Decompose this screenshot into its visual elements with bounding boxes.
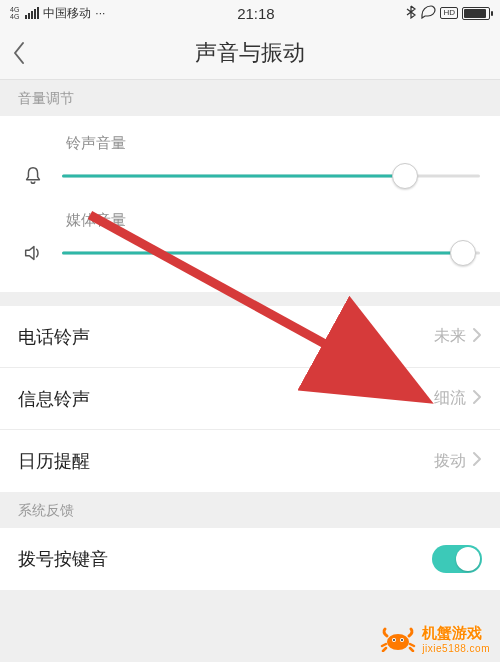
ringtone-volume-slider[interactable] [62, 163, 480, 189]
back-icon [12, 41, 26, 65]
row-label: 信息铃声 [18, 387, 90, 411]
row-label: 日历提醒 [18, 449, 90, 473]
row-label: 拨号按键音 [18, 547, 108, 571]
net-badge-bottom: 4G [10, 13, 19, 20]
net-badge-top: 4G [10, 6, 19, 13]
crab-icon [380, 626, 416, 652]
media-volume-slider[interactable] [62, 240, 480, 266]
chevron-right-icon [472, 389, 482, 409]
page-title: 声音与振动 [195, 38, 305, 68]
battery-icon [462, 7, 490, 20]
media-volume-label: 媒体音量 [66, 211, 480, 230]
status-right: HD [406, 5, 490, 22]
navbar: 声音与振动 [0, 26, 500, 80]
watermark-url: jixie5188.com [422, 643, 490, 654]
volume-panel: 铃声音量 媒体音量 [0, 116, 500, 292]
chevron-right-icon [472, 327, 482, 347]
row-value: 拨动 [434, 451, 466, 472]
row-sms-ringtone[interactable]: 信息铃声 细流 [0, 368, 500, 430]
section-header-volume: 音量调节 [0, 80, 500, 116]
bell-icon [20, 165, 46, 187]
dial-keytone-toggle[interactable] [432, 545, 482, 573]
carrier-dots: ··· [95, 6, 105, 20]
ringtone-volume-label: 铃声音量 [66, 134, 480, 153]
svg-point-1 [387, 634, 409, 650]
speaker-icon [20, 242, 46, 264]
feedback-list: 拨号按键音 [0, 528, 500, 590]
watermark: 机蟹游戏 jixie5188.com [380, 624, 490, 654]
media-volume-block: 媒体音量 [0, 207, 500, 284]
svg-point-5 [401, 639, 403, 641]
volte-icon [420, 5, 436, 22]
carrier-label: 中国移动 [43, 5, 91, 22]
row-label: 电话铃声 [18, 325, 90, 349]
ringtone-volume-block: 铃声音量 [0, 130, 500, 207]
back-button[interactable] [12, 26, 52, 79]
status-left: 4G 4G 中国移动 ··· [10, 5, 105, 22]
svg-point-4 [393, 639, 395, 641]
row-calendar-alert[interactable]: 日历提醒 拨动 [0, 430, 500, 492]
hd-badge: HD [440, 7, 458, 19]
chevron-right-icon [472, 451, 482, 471]
row-value: 细流 [434, 388, 466, 409]
signal-icon [25, 7, 39, 19]
row-value: 未来 [434, 326, 466, 347]
status-bar: 4G 4G 中国移动 ··· 21:18 HD [0, 0, 500, 26]
ringtone-list: 电话铃声 未来 信息铃声 细流 日历提醒 拨动 [0, 306, 500, 492]
row-phone-ringtone[interactable]: 电话铃声 未来 [0, 306, 500, 368]
section-header-feedback: 系统反馈 [0, 492, 500, 528]
status-time: 21:18 [237, 5, 275, 22]
bluetooth-icon [406, 5, 416, 22]
watermark-brand: 机蟹游戏 [422, 624, 482, 641]
row-dial-keytone: 拨号按键音 [0, 528, 500, 590]
